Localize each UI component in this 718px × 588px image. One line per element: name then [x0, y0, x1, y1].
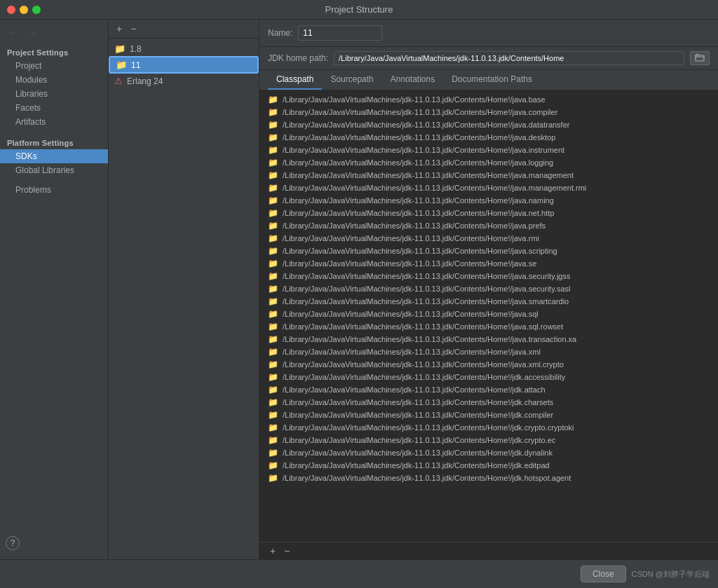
classpath-item[interactable]: 📁/Library/Java/JavaVirtualMachines/jdk-1… [259, 182, 718, 194]
sdk-item-11[interactable]: 📁 11 [109, 56, 259, 74]
sdk-list-toolbar: + − [109, 20, 259, 39]
classpath-item[interactable]: 📁/Library/Java/JavaVirtualMachines/jdk-1… [259, 333, 718, 346]
tab-documentation-paths[interactable]: Documentation Paths [443, 70, 541, 90]
name-input[interactable] [298, 25, 382, 41]
classpath-item[interactable]: 📁/Library/Java/JavaVirtualMachines/jdk-1… [259, 207, 718, 219]
tab-classpath[interactable]: Classpath [268, 70, 322, 90]
folder-icon: 📁 [268, 410, 278, 420]
help-button[interactable]: ? [6, 536, 20, 550]
jdk-home-label: JDK home path: [268, 53, 328, 63]
forward-button[interactable]: → [24, 26, 39, 40]
folder-icon: 📁 [268, 296, 278, 306]
classpath-item[interactable]: 📁/Library/Java/JavaVirtualMachines/jdk-1… [259, 131, 718, 144]
folder-icon: 📁 [268, 221, 278, 231]
tabs-bar: Classpath Sourcepath Annotations Documen… [259, 70, 718, 90]
folder-icon: 📁 [268, 385, 278, 395]
folder-icon: 📁 [268, 271, 278, 281]
add-sdk-button[interactable]: + [114, 23, 124, 34]
classpath-item[interactable]: 📁/Library/Java/JavaVirtualMachines/jdk-1… [259, 472, 718, 484]
sidebar-item-project[interactable]: Project [0, 59, 108, 73]
folder-icon: 📁 [268, 322, 278, 331]
folder-icon: 📁 [268, 95, 278, 104]
name-label: Name: [268, 28, 292, 38]
classpath-item[interactable]: 📁/Library/Java/JavaVirtualMachines/jdk-1… [259, 118, 718, 131]
sidebar-item-modules[interactable]: Modules [0, 73, 108, 87]
folder-icon: 📁 [268, 473, 278, 483]
classpath-item[interactable]: 📁/Library/Java/JavaVirtualMachines/jdk-1… [259, 93, 718, 106]
folder-icon: 📁 [268, 259, 278, 268]
detail-panel: Name: JDK home path: Classpath Sourcepat… [259, 20, 718, 559]
classpath-item[interactable]: 📁/Library/Java/JavaVirtualMachines/jdk-1… [259, 383, 718, 396]
sidebar-divider [0, 129, 108, 135]
title-bar: Project Structure [0, 0, 718, 20]
classpath-item[interactable]: 📁/Library/Java/JavaVirtualMachines/jdk-1… [259, 358, 718, 371]
folder-icon: 📁 [268, 372, 278, 382]
sidebar-item-libraries[interactable]: Libraries [0, 87, 108, 101]
window-controls[interactable] [7, 6, 41, 14]
folder-icon: 📁 [268, 233, 278, 243]
folder-icon: 📁 [268, 132, 278, 142]
svg-rect-0 [696, 55, 704, 61]
classpath-item[interactable]: 📁/Library/Java/JavaVirtualMachines/jdk-1… [259, 282, 718, 295]
folder-icon: 📁 [268, 334, 278, 344]
sidebar-item-facets[interactable]: Facets [0, 101, 108, 115]
folder-icon: 📁 [268, 284, 278, 294]
nav-back-forward: ← → [0, 23, 108, 44]
sidebar-item-sdks[interactable]: SDKs [0, 149, 108, 163]
classpath-item[interactable]: 📁/Library/Java/JavaVirtualMachines/jdk-1… [259, 459, 718, 472]
classpath-item[interactable]: 📁/Library/Java/JavaVirtualMachines/jdk-1… [259, 169, 718, 182]
sidebar-item-problems[interactable]: Problems [0, 183, 108, 197]
classpath-item[interactable]: 📁/Library/Java/JavaVirtualMachines/jdk-1… [259, 106, 718, 118]
sdk-item-1.8[interactable]: 📁 1.8 [109, 41, 259, 56]
error-icon: ⚠ [114, 76, 123, 86]
classpath-item[interactable]: 📁/Library/Java/JavaVirtualMachines/jdk-1… [259, 434, 718, 446]
tab-sourcepath[interactable]: Sourcepath [322, 70, 381, 90]
classpath-item[interactable]: 📁/Library/Java/JavaVirtualMachines/jdk-1… [259, 396, 718, 409]
folder-icon: 📁 [268, 435, 278, 445]
minimize-window-button[interactable] [20, 6, 28, 14]
folder-icon: 📁 [268, 448, 278, 458]
maximize-window-button[interactable] [32, 6, 41, 14]
classpath-item[interactable]: 📁/Library/Java/JavaVirtualMachines/jdk-1… [259, 308, 718, 320]
classpath-list-toolbar: + − [259, 542, 718, 559]
classpath-item[interactable]: 📁/Library/Java/JavaVirtualMachines/jdk-1… [259, 409, 718, 421]
close-button[interactable]: Close [581, 566, 626, 582]
tab-annotations[interactable]: Annotations [382, 70, 443, 90]
platform-settings-header: Platform Settings [0, 135, 108, 149]
sidebar-item-artifacts[interactable]: Artifacts [0, 115, 108, 129]
sdk-item-erlang[interactable]: ⚠ Erlang 24 [109, 74, 259, 88]
folder-icon: 📁 [268, 107, 278, 117]
jdk-home-path-input[interactable] [334, 51, 684, 65]
folder-icon: 📁 [268, 183, 278, 193]
add-classpath-button[interactable]: + [268, 545, 278, 556]
detail-header: Name: [259, 20, 718, 47]
classpath-item[interactable]: 📁/Library/Java/JavaVirtualMachines/jdk-1… [259, 421, 718, 434]
classpath-item[interactable]: 📁/Library/Java/JavaVirtualMachines/jdk-1… [259, 346, 718, 358]
classpath-item[interactable]: 📁/Library/Java/JavaVirtualMachines/jdk-1… [259, 156, 718, 169]
classpath-item[interactable]: 📁/Library/Java/JavaVirtualMachines/jdk-1… [259, 295, 718, 308]
classpath-item[interactable]: 📁/Library/Java/JavaVirtualMachines/jdk-1… [259, 257, 718, 270]
close-window-button[interactable] [7, 6, 15, 14]
classpath-item[interactable]: 📁/Library/Java/JavaVirtualMachines/jdk-1… [259, 320, 718, 333]
remove-classpath-button[interactable]: − [282, 545, 292, 556]
jdk-home-row: JDK home path: [259, 47, 718, 70]
sdk-list-panel: + − 📁 1.8 📁 11 ⚠ Erlang 24 [109, 20, 259, 559]
classpath-item[interactable]: 📁/Library/Java/JavaVirtualMachines/jdk-1… [259, 194, 718, 207]
sidebar: ← → Project Settings Project Modules Lib… [0, 20, 109, 559]
classpath-item[interactable]: 📁/Library/Java/JavaVirtualMachines/jdk-1… [259, 144, 718, 156]
classpath-item[interactable]: 📁/Library/Java/JavaVirtualMachines/jdk-1… [259, 371, 718, 383]
classpath-item[interactable]: 📁/Library/Java/JavaVirtualMachines/jdk-1… [259, 219, 718, 232]
remove-sdk-button[interactable]: − [128, 23, 138, 34]
folder-icon: 📁 [268, 460, 278, 470]
browse-button[interactable] [690, 51, 710, 65]
sidebar-divider-2 [0, 177, 108, 183]
classpath-item[interactable]: 📁/Library/Java/JavaVirtualMachines/jdk-1… [259, 245, 718, 257]
classpath-item[interactable]: 📁/Library/Java/JavaVirtualMachines/jdk-1… [259, 446, 718, 459]
classpath-item[interactable]: 📁/Library/Java/JavaVirtualMachines/jdk-1… [259, 270, 718, 282]
back-button[interactable]: ← [6, 26, 21, 40]
folder-icon: 📁 [268, 208, 278, 218]
folder-icon: 📁 [268, 347, 278, 357]
classpath-item[interactable]: 📁/Library/Java/JavaVirtualMachines/jdk-1… [259, 232, 718, 245]
sidebar-item-global-libraries[interactable]: Global Libraries [0, 163, 108, 177]
folder-icon: 📁 [268, 423, 278, 432]
